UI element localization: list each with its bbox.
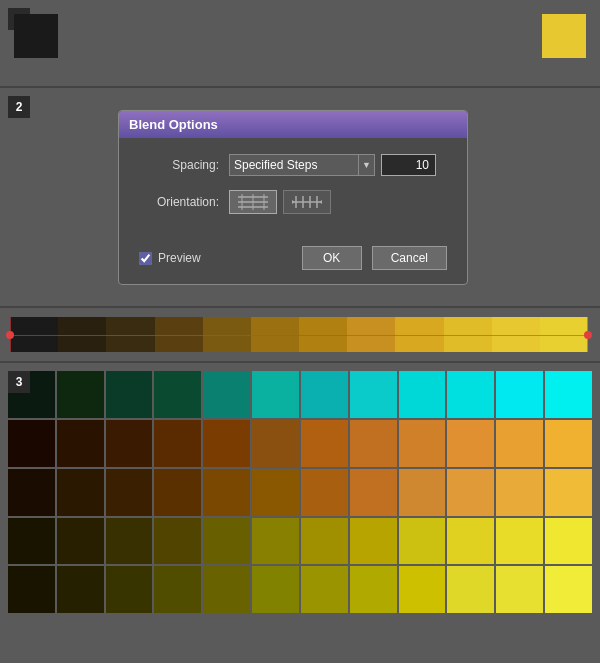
swatch-yellow [542, 14, 586, 58]
swatch-r0-c10[interactable] [496, 371, 543, 418]
swatch-r1-c2[interactable] [106, 420, 153, 467]
swatch-r3-c7[interactable] [350, 518, 397, 565]
swatch-r4-c10[interactable] [496, 566, 543, 613]
swatch-r0-c8[interactable] [399, 371, 446, 418]
section3: 3 [0, 363, 600, 621]
preview-checkbox[interactable] [139, 252, 152, 265]
swatch-black [14, 14, 58, 58]
swatch-r2-c1[interactable] [57, 469, 104, 516]
swatch-r4-c2[interactable] [106, 566, 153, 613]
swatch-r1-c6[interactable] [301, 420, 348, 467]
swatch-r1-c10[interactable] [496, 420, 543, 467]
swatch-r2-c10[interactable] [496, 469, 543, 516]
select-arrow-icon: ▼ [359, 154, 375, 176]
swatch-r2-c4[interactable] [203, 469, 250, 516]
orientation-row: Orientation: [139, 190, 447, 214]
swatch-r1-c9[interactable] [447, 420, 494, 467]
swatch-r0-c11[interactable] [545, 371, 592, 418]
orientation-label: Orientation: [139, 195, 219, 209]
swatch-r3-c10[interactable] [496, 518, 543, 565]
orientation-align-icon [236, 193, 270, 211]
swatch-r3-c5[interactable] [252, 518, 299, 565]
section2-number: 2 [8, 96, 30, 118]
guide-dot-left [6, 331, 14, 339]
dialog-title: Blend Options [129, 117, 218, 132]
swatch-r0-c5[interactable] [252, 371, 299, 418]
swatch-r1-c11[interactable] [545, 420, 592, 467]
swatch-r1-c1[interactable] [57, 420, 104, 467]
section1: 1 [0, 0, 600, 88]
ok-button[interactable]: OK [302, 246, 362, 270]
swatch-r3-c0[interactable] [8, 518, 55, 565]
swatch-r4-c7[interactable] [350, 566, 397, 613]
swatch-r0-c3[interactable] [154, 371, 201, 418]
guide-dot-right [584, 331, 592, 339]
svg-marker-11 [292, 200, 295, 204]
orientation-perp-icon [290, 193, 324, 211]
swatch-r0-c7[interactable] [350, 371, 397, 418]
gradient-strip [10, 317, 588, 352]
swatch-r2-c6[interactable] [301, 469, 348, 516]
swatch-r2-c8[interactable] [399, 469, 446, 516]
swatch-r4-c3[interactable] [154, 566, 201, 613]
svg-marker-12 [319, 200, 322, 204]
swatch-r4-c4[interactable] [203, 566, 250, 613]
spacing-select-wrapper: Smooth Color Specified Steps Specified D… [229, 154, 436, 176]
swatch-r2-c5[interactable] [252, 469, 299, 516]
swatch-r4-c8[interactable] [399, 566, 446, 613]
swatch-r0-c9[interactable] [447, 371, 494, 418]
swatch-r2-c3[interactable] [154, 469, 201, 516]
swatch-r4-c9[interactable] [447, 566, 494, 613]
section2: 2 Blend Options Spacing: Smooth Color Sp… [0, 88, 600, 308]
swatch-r3-c6[interactable] [301, 518, 348, 565]
swatch-r3-c9[interactable] [447, 518, 494, 565]
swatch-r0-c6[interactable] [301, 371, 348, 418]
preview-row: Preview [139, 251, 201, 265]
swatch-r1-c7[interactable] [350, 420, 397, 467]
guide-line-h [10, 335, 588, 336]
spacing-select[interactable]: Smooth Color Specified Steps Specified D… [229, 154, 359, 176]
gradient-bar [0, 308, 600, 363]
swatch-r4-c1[interactable] [57, 566, 104, 613]
dialog-buttons: OK Cancel [302, 246, 447, 270]
swatch-r2-c7[interactable] [350, 469, 397, 516]
preview-label: Preview [158, 251, 201, 265]
swatch-r2-c11[interactable] [545, 469, 592, 516]
orientation-icons [229, 190, 331, 214]
dialog-body: Spacing: Smooth Color Specified Steps Sp… [119, 138, 467, 242]
swatch-r4-c5[interactable] [252, 566, 299, 613]
dialog-titlebar: Blend Options [119, 111, 467, 138]
swatch-r3-c8[interactable] [399, 518, 446, 565]
dialog-footer: Preview OK Cancel [119, 242, 467, 284]
swatch-r3-c1[interactable] [57, 518, 104, 565]
swatch-r3-c4[interactable] [203, 518, 250, 565]
blend-options-dialog: Blend Options Spacing: Smooth Color Spec… [118, 110, 468, 285]
swatches-grid [8, 371, 592, 613]
swatch-r2-c9[interactable] [447, 469, 494, 516]
steps-input[interactable] [381, 154, 436, 176]
orientation-perp-btn[interactable] [283, 190, 331, 214]
swatch-r4-c11[interactable] [545, 566, 592, 613]
swatch-r1-c3[interactable] [154, 420, 201, 467]
swatch-r2-c0[interactable] [8, 469, 55, 516]
swatch-r2-c2[interactable] [106, 469, 153, 516]
swatch-r4-c6[interactable] [301, 566, 348, 613]
swatch-r3-c3[interactable] [154, 518, 201, 565]
swatch-r0-c4[interactable] [203, 371, 250, 418]
orientation-align-btn[interactable] [229, 190, 277, 214]
cancel-button[interactable]: Cancel [372, 246, 447, 270]
section3-number: 3 [8, 371, 30, 393]
swatch-r1-c4[interactable] [203, 420, 250, 467]
swatch-r1-c8[interactable] [399, 420, 446, 467]
spacing-row: Spacing: Smooth Color Specified Steps Sp… [139, 154, 447, 176]
swatch-r0-c2[interactable] [106, 371, 153, 418]
swatch-r4-c0[interactable] [8, 566, 55, 613]
spacing-label: Spacing: [139, 158, 219, 172]
swatch-r3-c11[interactable] [545, 518, 592, 565]
swatch-r1-c0[interactable] [8, 420, 55, 467]
swatch-r3-c2[interactable] [106, 518, 153, 565]
swatch-r0-c1[interactable] [57, 371, 104, 418]
swatch-r1-c5[interactable] [252, 420, 299, 467]
